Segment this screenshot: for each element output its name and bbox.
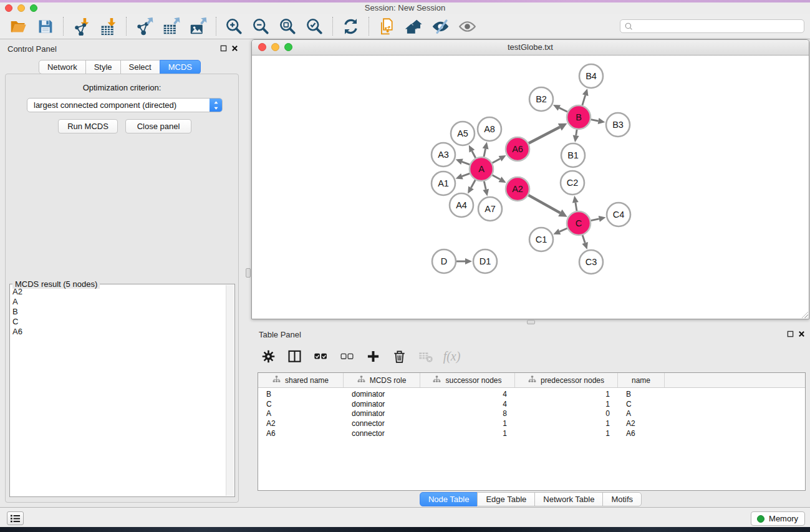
export-table-icon[interactable] — [160, 16, 182, 37]
graph-node-A8[interactable]: A8 — [478, 117, 501, 141]
graph-node-D[interactable]: D — [432, 249, 456, 273]
mcds-result-item[interactable]: A6 — [10, 327, 226, 337]
tab-edge-table[interactable]: Edge Table — [477, 492, 535, 506]
home-icon[interactable] — [403, 16, 425, 37]
deselect-all-icon[interactable] — [339, 348, 355, 365]
mcds-result-item[interactable]: C — [10, 317, 226, 327]
tab-node-table[interactable]: Node Table — [420, 492, 478, 506]
zoom-out-icon[interactable] — [250, 16, 272, 37]
graph-node-C4[interactable]: C4 — [607, 203, 630, 226]
export-image-icon[interactable] — [187, 16, 209, 37]
graph-node-C1[interactable]: C1 — [529, 228, 553, 251]
close-panel-icon[interactable] — [231, 44, 238, 54]
criterion-value: largest connected component (directed) — [27, 100, 210, 110]
search-input[interactable] — [634, 21, 804, 32]
network-canvas[interactable]: B4B2BB3A5A8A6B1A3AC2A1A2A4A7C4CC1C3DD1 — [252, 56, 809, 319]
graph-node-B4[interactable]: B4 — [579, 64, 603, 88]
table-cell: 1 — [515, 429, 618, 438]
zoom-fit-icon[interactable] — [277, 16, 299, 37]
import-table-icon[interactable] — [97, 16, 119, 37]
column-header-shared-name[interactable]: shared name — [258, 373, 344, 387]
toolbar-separator — [63, 17, 64, 36]
zoom-in-icon[interactable] — [223, 16, 245, 37]
delete-row-icon[interactable] — [391, 348, 408, 365]
result-scrollbar[interactable] — [226, 285, 234, 496]
clone-network-icon[interactable] — [376, 16, 398, 37]
svg-text:B4: B4 — [586, 71, 597, 81]
vertical-splitter-handle[interactable] — [246, 268, 251, 278]
tab-style[interactable]: Style — [85, 60, 121, 74]
mcds-result-item[interactable]: B — [10, 307, 226, 317]
add-row-icon[interactable] — [365, 348, 382, 365]
graph-node-B3[interactable]: B3 — [606, 113, 630, 137]
horizontal-splitter-handle[interactable] — [527, 320, 535, 324]
select-all-icon[interactable] — [312, 348, 329, 365]
table-cell: B — [618, 390, 665, 399]
graph-node-C3[interactable]: C3 — [579, 250, 603, 274]
table-cell: A6 — [258, 429, 344, 438]
svg-text:D: D — [441, 256, 447, 266]
import-network-icon[interactable] — [70, 16, 92, 37]
close-panel-icon[interactable] — [798, 330, 805, 339]
table-body: Bdominator41BCdominator41CAdominator80AA… — [258, 388, 805, 438]
table-cell: 4 — [420, 390, 515, 399]
graph-node-A4[interactable]: A4 — [450, 193, 473, 217]
zoom-selected-icon[interactable] — [304, 16, 325, 37]
tab-select[interactable]: Select — [120, 60, 160, 74]
graph-node-A3[interactable]: A3 — [432, 143, 455, 167]
settings-gear-icon[interactable] — [260, 348, 277, 365]
mcds-result-item[interactable]: A2 — [10, 287, 226, 297]
titlebar: Session: New Session — [0, 2, 810, 14]
float-panel-icon[interactable] — [787, 330, 794, 339]
table-row[interactable]: Bdominator41B — [258, 389, 805, 399]
close-panel-button[interactable]: Close panel — [125, 119, 191, 133]
graph-node-A1[interactable]: A1 — [432, 172, 455, 195]
refresh-icon[interactable] — [340, 16, 362, 37]
graph-node-A2[interactable]: A2 — [506, 177, 529, 201]
graph-node-C2[interactable]: C2 — [561, 171, 584, 195]
open-file-icon[interactable] — [7, 16, 29, 37]
graph-node-A[interactable]: A — [470, 157, 493, 181]
table-cell: A — [618, 409, 665, 418]
graph-node-B2[interactable]: B2 — [529, 87, 553, 111]
table-cell: A2 — [618, 419, 665, 428]
memory-button[interactable]: Memory — [751, 511, 805, 526]
graph-node-A5[interactable]: A5 — [451, 122, 475, 145]
table-row[interactable]: A6connector11A6 — [258, 428, 805, 438]
graph-node-B1[interactable]: B1 — [561, 143, 585, 167]
table-cell: dominator — [344, 390, 420, 399]
run-mcds-button[interactable]: Run MCDS — [58, 119, 118, 133]
columns-icon[interactable] — [286, 348, 303, 365]
show-details-icon[interactable] — [456, 16, 478, 37]
table-row[interactable]: A2connector11A2 — [258, 418, 805, 428]
table-tabs: Node TableEdge TableNetwork TableMotifs — [420, 492, 642, 506]
graph-node-A7[interactable]: A7 — [478, 197, 502, 221]
graph-node-C[interactable]: C — [567, 211, 591, 235]
table-cell: 0 — [515, 409, 618, 418]
tab-motifs[interactable]: Motifs — [602, 492, 642, 506]
graph-node-A6[interactable]: A6 — [506, 137, 529, 161]
tab-network[interactable]: Network — [39, 60, 86, 74]
table-cell: 1 — [515, 400, 618, 409]
table-row[interactable]: Adominator80A — [258, 409, 805, 419]
graph-node-D1[interactable]: D1 — [473, 249, 497, 273]
table-cell: C — [258, 400, 344, 409]
float-panel-icon[interactable] — [220, 44, 227, 54]
toolbar-separator — [126, 17, 127, 36]
column-header-successor-nodes[interactable]: successor nodes — [420, 373, 515, 387]
graph-node-B[interactable]: B — [567, 105, 591, 129]
column-header-MCDS-role[interactable]: MCDS role — [344, 373, 420, 387]
column-header-predecessor-nodes[interactable]: predecessor nodes — [515, 373, 618, 387]
save-session-icon[interactable] — [34, 16, 56, 37]
table-row[interactable]: Cdominator41C — [258, 399, 805, 409]
export-network-icon[interactable] — [133, 16, 155, 37]
tab-network-table[interactable]: Network Table — [534, 492, 603, 506]
show-panels-button[interactable] — [7, 511, 24, 525]
column-header-name[interactable]: name — [618, 373, 665, 387]
table-panel-title: Table Panel — [259, 330, 301, 339]
criterion-select[interactable]: largest connected component (directed) — [27, 98, 223, 112]
tab-mcds[interactable]: MCDS — [160, 60, 201, 74]
network-graph: B4B2BB3A5A8A6B1A3AC2A1A2A4A7C4CC1C3DD1 — [252, 56, 809, 319]
mcds-result-item[interactable]: A — [10, 297, 226, 307]
hide-details-icon[interactable] — [430, 16, 451, 37]
